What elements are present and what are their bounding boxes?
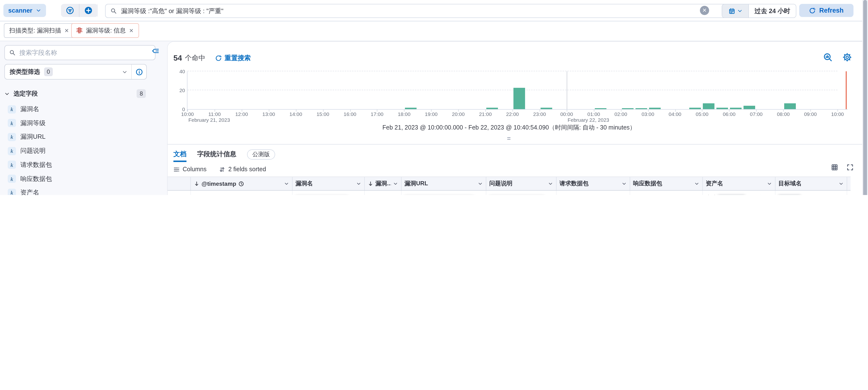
collapse-sidebar-icon[interactable] — [152, 47, 159, 55]
column-header-response[interactable]: 响应数据包 — [630, 177, 703, 190]
histogram-bar[interactable] — [405, 108, 417, 109]
remove-filter-icon[interactable]: ✕ — [64, 27, 69, 34]
chart-time-caption: Feb 21, 2023 @ 10:00:00.000 - Feb 22, 20… — [167, 124, 850, 132]
reset-search-link[interactable]: 重置搜索 — [215, 54, 251, 62]
histogram-bar[interactable] — [744, 106, 755, 109]
tab-documents[interactable]: 文档 — [174, 150, 186, 159]
selected-field-3[interactable]: k问题说明 — [8, 145, 45, 156]
histogram-bar[interactable] — [649, 107, 660, 109]
column-header-timestamp[interactable]: @timestamp — [191, 177, 292, 190]
column-menu-icon[interactable] — [356, 181, 361, 186]
histogram-bar[interactable] — [622, 108, 633, 109]
x-tick-label: 03:00 — [642, 111, 654, 117]
x-tick-label: 01:00 — [587, 111, 600, 117]
column-menu-icon[interactable] — [477, 181, 483, 186]
selected-field-1[interactable]: k漏洞等级 — [8, 118, 45, 128]
search-query-bar[interactable]: 漏洞等级 :"高危" or 漏洞等级 : "严重" — [105, 4, 728, 18]
histogram-bar[interactable] — [635, 108, 647, 109]
y-tick-label: 40 — [170, 68, 185, 74]
page-scrollbar-thumb[interactable] — [863, 0, 867, 195]
filter-pill-label: 漏洞等级: 信息 — [86, 26, 126, 35]
sort-descending-icon — [194, 181, 199, 187]
column-header-description[interactable]: 问题说明 — [486, 177, 557, 190]
index-pattern-selector[interactable]: scanner — [3, 4, 46, 17]
keyword-field-icon: k — [8, 147, 16, 155]
column-label: 问题说明 — [489, 179, 513, 188]
column-header-vuln_name[interactable]: 漏洞名 — [292, 177, 365, 190]
clock-icon — [238, 181, 244, 187]
cell-request: envi quit — [557, 191, 630, 195]
clear-query-button[interactable]: ✕ — [700, 6, 709, 15]
selected-field-5[interactable]: k响应数据包 — [8, 173, 52, 184]
header-controls-cell — [167, 177, 191, 190]
saved-query-menu-icon[interactable] — [61, 4, 80, 17]
add-filter-icon[interactable] — [80, 4, 98, 17]
x-date-label: February 21, 2023 — [188, 117, 230, 123]
selected-field-0[interactable]: k漏洞名 — [8, 104, 39, 114]
filter-pill-scan-type[interactable]: 扫描类型: 漏洞扫描 ✕ — [4, 23, 74, 38]
histogram-bar[interactable] — [689, 107, 701, 109]
remove-filter-icon[interactable]: ✕ — [129, 27, 133, 34]
column-header-vuln_url[interactable]: 漏洞URL — [402, 177, 486, 190]
x-tick-label: 08:00 — [777, 111, 790, 117]
column-header-request[interactable]: 请求数据包 — [557, 177, 630, 190]
search-icon — [111, 8, 117, 14]
histogram-bar[interactable] — [486, 108, 498, 109]
histogram-bar[interactable] — [717, 107, 728, 109]
selected-field-2[interactable]: k漏洞URL — [8, 132, 45, 142]
column-label: 漏洞名 — [296, 179, 313, 188]
column-menu-icon[interactable] — [694, 181, 700, 186]
x-tick-label: 04:00 — [669, 111, 682, 117]
table-row[interactable]: Feb 22, 2023 @ 08:03:11.845高危envi quitEn… — [167, 191, 850, 195]
sort-fields-button[interactable]: 2 fields sorted — [219, 166, 266, 173]
column-header-severity[interactable]: 漏洞... — [365, 177, 402, 190]
time-range-button[interactable]: 过去 24 小时 — [749, 4, 796, 18]
columns-button[interactable]: Columns — [174, 166, 207, 173]
histogram-bar[interactable] — [730, 107, 742, 109]
x-tick-label: 17:00 — [371, 111, 383, 117]
selected-field-6[interactable]: k资产名 — [8, 187, 39, 195]
inspect-icon[interactable] — [824, 53, 832, 62]
x-date-label: February 22, 2023 — [568, 117, 609, 123]
request-value: envi quit — [559, 193, 627, 195]
keyword-field-icon: k — [8, 105, 16, 113]
column-menu-icon[interactable] — [548, 181, 553, 186]
histogram-bar[interactable] — [784, 104, 796, 109]
beta-badge: 公测版 — [247, 149, 275, 159]
filter-by-type-select[interactable]: 按类型筛选 0 — [4, 64, 147, 80]
column-header-asset[interactable]: 资产名 — [703, 177, 775, 190]
column-header-domain[interactable]: 目标域名 — [775, 177, 847, 190]
histogram-bar[interactable] — [540, 108, 552, 109]
histogram-bar[interactable] — [514, 88, 525, 109]
selected-fields-header[interactable]: 选定字段 8 — [4, 88, 146, 99]
filter-pill-severity-negated[interactable]: 非 漏洞等级: 信息 ✕ — [71, 23, 139, 38]
histogram-bar[interactable] — [595, 108, 607, 109]
x-tick-label: 00:00 — [560, 111, 573, 117]
column-menu-icon[interactable] — [838, 181, 844, 186]
column-menu-icon[interactable] — [284, 181, 289, 186]
fullscreen-icon[interactable] — [847, 164, 854, 171]
display-density-icon[interactable] — [831, 164, 838, 171]
selected-fields-count: 8 — [137, 89, 146, 98]
gear-icon[interactable] — [843, 53, 851, 62]
info-icon[interactable] — [132, 68, 146, 76]
column-menu-icon[interactable] — [393, 181, 398, 186]
column-menu-icon[interactable] — [621, 181, 627, 186]
x-tick-label: 07:00 — [750, 111, 763, 117]
resize-drag-handle[interactable]: = — [167, 135, 850, 142]
field-name: 资产名 — [20, 188, 39, 195]
chevron-down-icon — [36, 8, 41, 13]
histogram-bar[interactable] — [703, 104, 715, 109]
field-search-input[interactable]: 搜索字段名称 — [4, 45, 155, 60]
tab-field-statistics[interactable]: 字段统计信息 — [197, 150, 237, 159]
cell-vuln_url — [402, 191, 486, 195]
refresh-button[interactable]: Refresh — [799, 4, 854, 17]
selected-field-4[interactable]: k请求数据包 — [8, 160, 52, 170]
table-header-row: @timestamp漏洞名漏洞...漏洞URL问题说明请求数据包响应数据包资产名… — [167, 176, 850, 191]
calendar-menu-button[interactable] — [722, 4, 749, 18]
column-menu-icon[interactable] — [767, 181, 772, 186]
x-axis-line — [187, 109, 848, 110]
keyword-field-icon: k — [8, 133, 16, 141]
hits-summary: 54 个命中 重置搜索 — [174, 54, 251, 62]
chevron-down-icon — [737, 8, 742, 13]
